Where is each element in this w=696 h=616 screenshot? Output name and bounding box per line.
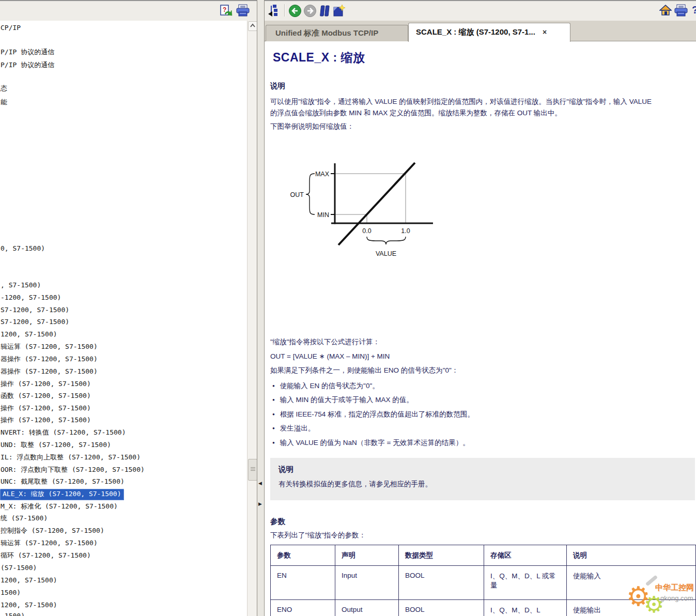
table-cell: Output xyxy=(335,600,399,616)
table-header-cell: 声明 xyxy=(335,545,399,566)
description-line-2: 的浮点值会缩放到由参数 MIN 和 MAX 定义的值范围。缩放结果为整数，存储在… xyxy=(270,109,562,118)
table-cell: I、Q、M、D、L xyxy=(484,600,567,616)
table-cell: ENO xyxy=(271,600,335,616)
bullet-text: 使能输入 EN 的信号状态为"0"。 xyxy=(280,382,379,390)
help-content-pane: SCALE_X : 缩放 说明 可以使用"缩放"指令，通过将输入 VALUE 的… xyxy=(265,41,696,616)
print-icon[interactable] xyxy=(236,4,249,18)
condition-bullet: ●输入 VALUE 的值为 NaN（非数字 = 无效算术运算的结果）。 xyxy=(270,438,470,448)
tree-item-selected[interactable]: ALE_X: 缩放 (S7-1200, S7-1500) xyxy=(0,489,124,500)
home-icon[interactable] xyxy=(659,4,673,18)
tree-item[interactable]: 统 (S7-1500) xyxy=(0,513,50,523)
tree-item[interactable]: 操作 (S7-1200, S7-1500) xyxy=(0,403,93,413)
bullet-icon: ● xyxy=(272,383,275,388)
note-text: 有关转换模拟值的更多信息，请参见相应的手册。 xyxy=(279,480,432,489)
scrollbar-thumb[interactable] xyxy=(248,459,257,481)
bullet-text: 根据 IEEE-754 标准，指定的浮点数的值超出了标准的数范围。 xyxy=(280,410,474,418)
tree-item[interactable]: OOR: 浮点数向下取整 (S7-1200, S7-1500) xyxy=(0,465,147,475)
bookmarks-icon[interactable] xyxy=(318,4,332,18)
tree-item[interactable]: NVERT: 转换值 (S7-1200, S7-1500) xyxy=(0,427,128,438)
right-pane-toolbar xyxy=(265,1,696,21)
tree-item[interactable]: 0, S7-1500) xyxy=(0,243,47,254)
splitter-collapse-left-icon[interactable]: ◀ xyxy=(258,481,262,486)
help-topics-tree[interactable]: CP/IPP/IP 协议的通信P/IP 协议的通信态能0, S7-1500), … xyxy=(0,21,247,616)
condition-bullet: ●发生溢出。 xyxy=(270,424,315,433)
scrollbar-up-button[interactable] xyxy=(248,21,257,31)
tree-item[interactable]: P/IP 协议的通信 xyxy=(0,47,56,57)
new-page-icon[interactable] xyxy=(332,4,346,18)
table-header-cell: 参数 xyxy=(271,545,335,566)
print-icon[interactable] xyxy=(674,4,687,18)
tree-item[interactable]: 1500) xyxy=(0,588,23,598)
bullet-icon: ● xyxy=(272,397,275,402)
left-pane-toolbar: ? xyxy=(0,1,257,21)
formula-intro: "缩放"指令将按以下公式进行计算： xyxy=(270,337,380,347)
tree-scrollbar[interactable] xyxy=(247,21,257,616)
tab-scale-x[interactable]: SCALE_X : 缩放 (S7-1200, S7-1... × xyxy=(408,23,570,42)
tree-item[interactable]: -1200, S7-1500) xyxy=(0,292,63,303)
tree-item[interactable]: 循环 (S7-1200, S7-1500) xyxy=(0,550,93,561)
tree-item[interactable]: 1200, S7-1500) xyxy=(0,600,59,610)
close-tab-icon[interactable]: × xyxy=(543,23,547,41)
condition-bullet: ●输入 MIN 的值大于或等于输入 MAX 的值。 xyxy=(270,395,413,405)
document-tabstrip: Unified 标准 Modbus TCP/IP SCALE_X : 缩放 (S… xyxy=(265,21,696,41)
table-cell: I、Q、M、D、L 或常量 xyxy=(484,566,567,600)
pane-splitter[interactable]: ◀ ▶ xyxy=(257,0,265,616)
table-header-cell: 说明 xyxy=(567,545,696,566)
tree-item[interactable]: , S7-1500) xyxy=(0,280,43,290)
tree-item[interactable]: (S7-1500) xyxy=(0,563,39,573)
tree-item[interactable]: 器操作 (S7-1200, S7-1500) xyxy=(0,354,100,364)
figure-x0-label: 0.0 xyxy=(362,227,371,235)
watermark-site-url: gkong.com xyxy=(660,594,693,602)
tree-item[interactable]: 器操作 (S7-1200, S7-1500) xyxy=(0,366,100,377)
note-box: 说明 有关转换模拟值的更多信息，请参见相应的手册。 xyxy=(270,458,695,500)
tree-item[interactable]: 1200, S7-1500) xyxy=(0,329,59,340)
tree-item[interactable]: IL: 浮点数向上取整 (S7-1200, S7-1500) xyxy=(0,452,143,463)
condition-bullet: ●使能输入 EN 的信号状态为"0"。 xyxy=(270,381,379,391)
table-cell: Input xyxy=(335,566,399,600)
tree-item[interactable]: 能 xyxy=(0,97,9,107)
tree-item[interactable]: S7-1200, S7-1500) xyxy=(0,305,71,315)
tree-item[interactable]: CP/IP xyxy=(0,23,23,33)
tab-unified-modbus[interactable]: Unified 标准 Modbus TCP/IP xyxy=(266,25,408,41)
tree-item[interactable]: 辑运算 (S7-1200, S7-1500) xyxy=(0,342,100,352)
figure-out-label: OUT xyxy=(290,191,304,198)
description-line-3: 下图举例说明如何缩放值： xyxy=(270,122,354,131)
tree-item[interactable]: 态 xyxy=(0,83,9,94)
tree-item[interactable]: P/IP 协议的通信 xyxy=(0,60,56,70)
watermark-site-name: 中华工控网 xyxy=(655,583,694,593)
parameters-heading: 参数 xyxy=(270,517,285,527)
parameters-intro: 下表列出了"缩放"指令的参数： xyxy=(270,531,366,540)
page-title: SCALE_X : 缩放 xyxy=(273,50,365,66)
tree-item[interactable]: 操作 (S7-1200, S7-1500) xyxy=(0,379,93,389)
bullet-icon: ● xyxy=(272,412,275,417)
figure-min-label: MIN xyxy=(317,211,329,219)
formula: OUT = [VALUE ∗ (MAX – MIN)] + MIN xyxy=(270,352,390,360)
tree-item[interactable]: 1200, S7-1500) xyxy=(0,575,59,586)
sync-topic-icon[interactable]: ? xyxy=(219,4,233,18)
condition-intro: 如果满足下列条件之一，则使能输出 ENO 的信号状态为"0"： xyxy=(270,366,458,375)
tree-item[interactable]: M_X: 标准化 (S7-1200, S7-1500) xyxy=(0,501,120,512)
collapse-tree-icon[interactable] xyxy=(267,4,281,18)
back-icon[interactable] xyxy=(288,4,302,18)
table-cell: EN xyxy=(271,566,335,600)
splitter-expand-right-icon[interactable]: ▶ xyxy=(258,502,262,506)
figure-max-label: MAX xyxy=(315,171,330,178)
tree-item[interactable]: S7-1200, S7-1500) xyxy=(0,317,71,327)
help-icon[interactable]: ? xyxy=(692,4,696,16)
bullet-text: 输入 MIN 的值大于或等于输入 MAX 的值。 xyxy=(280,396,413,404)
tree-item[interactable]: 函数 (S7-1200, S7-1500) xyxy=(0,391,93,401)
tree-item[interactable]: UND: 取整 (S7-1200, S7-1500) xyxy=(0,440,113,450)
tree-item[interactable]: 控制指令 (S7-1200, S7-1500) xyxy=(0,526,106,536)
gkong-watermark: ⚙ ⚙ 中华工控网 gkong.com xyxy=(624,576,696,616)
tree-item[interactable]: UNC: 截尾取整 (S7-1200, S7-1500) xyxy=(0,476,127,487)
table-header-cell: 存储区 xyxy=(484,545,567,566)
tab-scale-x-label: SCALE_X : 缩放 (S7-1200, S7-1... xyxy=(416,27,535,36)
tree-item[interactable]: -1500) xyxy=(0,611,27,616)
forward-icon[interactable] xyxy=(303,4,317,18)
tree-item[interactable]: 操作 (S7-1200, S7-1500) xyxy=(0,415,93,425)
table-header-cell: 数据类型 xyxy=(399,545,484,566)
table-cell: BOOL xyxy=(399,566,484,600)
condition-bullet: ●根据 IEEE-754 标准，指定的浮点数的值超出了标准的数范围。 xyxy=(270,410,474,419)
tree-item[interactable]: 辑运算 (S7-1200, S7-1500) xyxy=(0,538,100,548)
bullet-text: 输入 VALUE 的值为 NaN（非数字 = 无效算术运算的结果）。 xyxy=(280,439,470,446)
